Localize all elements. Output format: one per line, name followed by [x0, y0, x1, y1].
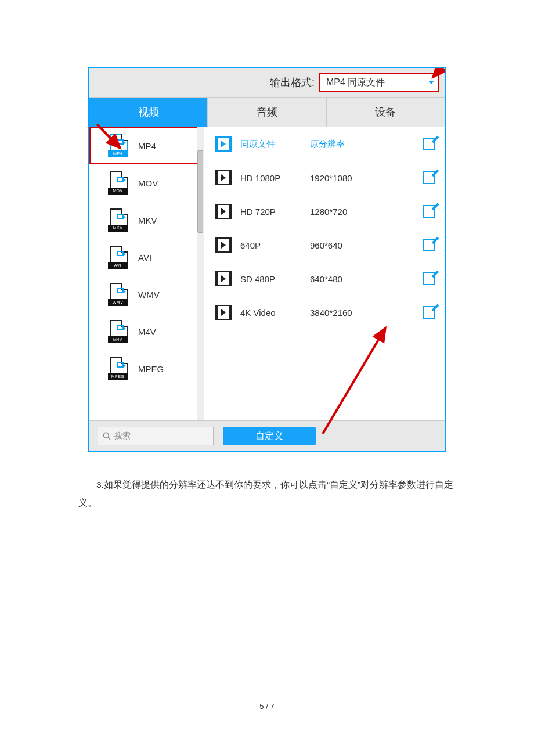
edit-icon[interactable]	[423, 205, 435, 218]
search-input[interactable]: 搜索	[98, 427, 214, 445]
custom-button[interactable]: 自定义	[223, 427, 316, 445]
format-scrollbar[interactable]	[197, 127, 204, 420]
tab-audio[interactable]: 音频	[208, 98, 326, 127]
svg-line-1	[108, 437, 110, 440]
format-wmv[interactable]: WMV WMV	[89, 276, 204, 313]
resolution-4k[interactable]: 4K Video 3840*2160	[204, 296, 445, 329]
format-panel: MP4 MP4 MOV MOV MKV MKV	[89, 127, 445, 420]
search-icon	[103, 432, 111, 440]
file-m4v-icon: M4V	[108, 320, 128, 343]
file-mp4-icon: MP4	[108, 134, 128, 157]
tab-video[interactable]: 视频	[89, 98, 208, 127]
film-icon	[215, 305, 232, 320]
output-format-value: MP4 同原文件	[326, 77, 385, 89]
edit-icon[interactable]	[423, 138, 435, 150]
format-mp4[interactable]: MP4 MP4	[89, 127, 204, 164]
tab-device[interactable]: 设备	[327, 98, 445, 127]
file-mpeg-icon: MPEG	[108, 357, 128, 380]
file-wmv-icon: WMV	[108, 283, 128, 306]
format-tabs: 视频 音频 设备	[89, 97, 445, 127]
format-mkv[interactable]: MKV MKV	[89, 201, 204, 239]
film-icon	[215, 204, 232, 219]
bottom-bar: 搜索 自定义	[89, 420, 445, 451]
output-format-dropdown[interactable]: MP4 同原文件	[319, 73, 439, 92]
format-selection-screenshot: 输出格式: MP4 同原文件 视频 音频 设备 MP4	[88, 67, 446, 452]
search-placeholder: 搜索	[114, 431, 131, 441]
film-icon	[215, 237, 232, 253]
caret-down-icon	[428, 81, 434, 84]
instruction-paragraph: 3.如果觉得提供的分辨率还达不到你的要求，你可以点击“自定义”对分辨率参数进行自…	[78, 476, 456, 512]
page-indicator: 5 / 7	[0, 702, 534, 711]
edit-icon[interactable]	[423, 306, 435, 319]
file-mov-icon: MOV	[108, 171, 128, 195]
file-avi-icon: AVI	[108, 246, 128, 269]
resolution-1080p[interactable]: HD 1080P 1920*1080	[204, 161, 445, 195]
format-m4v[interactable]: M4V M4V	[89, 313, 204, 350]
resolution-720p[interactable]: HD 720P 1280*720	[204, 195, 445, 228]
film-icon	[215, 136, 232, 152]
resolution-list: 同原文件 原分辨率 HD 1080P 1920*1080 HD 720P 128…	[204, 127, 445, 420]
format-avi[interactable]: AVI AVI	[89, 239, 204, 276]
svg-point-0	[103, 433, 109, 438]
format-mov[interactable]: MOV MOV	[89, 164, 204, 201]
film-icon	[215, 170, 232, 185]
output-format-bar: 输出格式: MP4 同原文件	[89, 68, 445, 97]
edit-icon[interactable]	[423, 171, 435, 184]
file-mkv-icon: MKV	[108, 208, 128, 232]
resolution-480p[interactable]: SD 480P 640*480	[204, 262, 445, 296]
resolution-original[interactable]: 同原文件 原分辨率	[204, 127, 445, 161]
format-sidebar: MP4 MP4 MOV MOV MKV MKV	[89, 127, 204, 420]
resolution-640p[interactable]: 640P 960*640	[204, 228, 445, 262]
edit-icon[interactable]	[423, 272, 435, 285]
film-icon	[215, 271, 232, 286]
output-format-label: 输出格式:	[270, 75, 315, 89]
format-mpeg[interactable]: MPEG MPEG	[89, 350, 204, 387]
edit-icon[interactable]	[423, 239, 435, 251]
